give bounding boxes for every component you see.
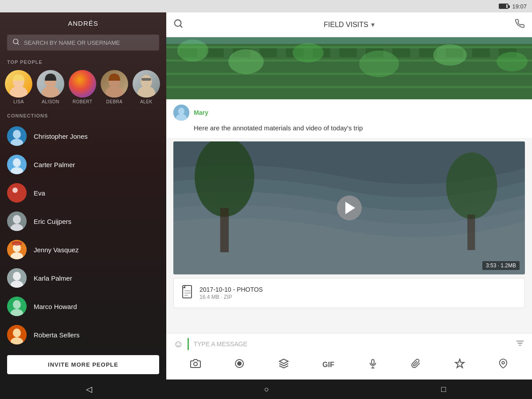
person-lisa-name: LISA [13,99,24,104]
emoji-icon[interactable]: ☺ [173,338,183,350]
svg-rect-39 [166,46,532,48]
attachment-container[interactable]: 2017-10-10 - PHOTOS 16.4 MB · ZIP [173,278,525,308]
back-icon[interactable]: ◁ [75,381,103,398]
person-alek[interactable]: ALEK [131,70,161,104]
file-icon [181,285,193,301]
person-debra-name: DEBRA [106,99,123,104]
connections-label: CONNECTIONS [0,110,166,122]
connection-jenny[interactable]: Jenny Vasquez [0,235,166,264]
connection-roberta[interactable]: Roberta Sellers [0,321,166,349]
svg-point-5 [42,86,59,98]
recents-icon[interactable]: □ [430,381,457,398]
svg-rect-41 [166,73,532,75]
avatar-alek [133,70,160,98]
conn-name-eva: Eva [34,189,45,197]
svg-point-80 [194,362,197,366]
svg-rect-79 [519,344,521,345]
file-size: 16.4 MB [200,294,219,300]
message-input-area: ☺ TYPE A MESSAGE [166,333,532,379]
sparkle-icon[interactable] [451,356,469,373]
play-button[interactable] [337,196,362,220]
sidebar: ANDRÉS SEARCH BY NAME OR USERNAME TOP PE… [0,12,166,379]
video-container[interactable]: 3:53 · 1.2MB [173,141,525,274]
top-people-label: TOP PEOPLE [0,56,166,68]
msg-sender-name: Mary [194,109,208,116]
svg-point-59 [359,51,399,77]
connection-christopher[interactable]: Christopher Jones [0,122,166,150]
svg-rect-62 [166,37,532,44]
camera-icon[interactable] [187,356,204,373]
svg-point-60 [433,44,467,66]
svg-point-34 [13,329,21,337]
chat-title: FIELD VISITS [324,21,368,29]
conn-avatar-jenny [7,240,27,259]
message-placeholder[interactable]: TYPE A MESSAGE [193,340,511,348]
connection-carter[interactable]: Carter Palmer [0,150,166,179]
invite-label: INVITE MORE PEOPLE [48,361,118,368]
person-alison-name: ALISON [42,99,59,104]
main-content: ANDRÉS SEARCH BY NAME OR USERNAME TOP PE… [0,12,532,379]
connection-eva[interactable]: Eva [0,179,166,207]
conn-name-jenny: Jenny Vasquez [34,246,78,254]
person-alison[interactable]: ALISON [35,70,66,104]
conn-name-marco: Marco Howard [34,303,77,310]
search-bar[interactable]: SEARCH BY NAME OR USERNAME [7,35,159,51]
file-name: 2017-10-10 - PHOTOS [200,286,517,293]
conn-avatar-carter [7,155,27,174]
connection-eric[interactable]: Eric Cuijpers [0,207,166,235]
file-info: 2017-10-10 - PHOTOS 16.4 MB · ZIP [200,286,517,300]
connection-karla[interactable]: Karla Palmer [0,264,166,292]
svg-point-21 [13,215,21,224]
input-row: ☺ TYPE A MESSAGE [173,338,525,350]
person-alek-name: ALEK [140,99,153,104]
nav-bar: ◁ ○ □ [0,379,532,399]
microphone-icon[interactable] [364,356,381,373]
status-bar: 19:07 [0,0,532,12]
dropdown-arrow-icon[interactable]: ▾ [371,20,375,29]
svg-point-31 [13,300,21,309]
invite-more-button[interactable]: INVITE MORE PEOPLE [7,355,159,374]
person-robert-name: ROBERT [73,99,93,104]
conn-avatar-karla [7,268,27,288]
status-time: 19:07 [512,3,527,10]
avatar-debra [101,70,128,98]
svg-point-8 [106,86,123,98]
msg-avatar-mary [173,105,189,121]
top-people-list: LISA ALISON [0,68,166,110]
file-type: ZIP [224,294,232,300]
svg-line-1 [17,43,19,45]
svg-rect-83 [372,360,374,364]
circle-icon[interactable] [231,356,248,373]
gif-icon[interactable]: GIF [319,359,338,371]
svg-rect-42 [166,86,532,88]
battery-icon [499,4,509,9]
chat-title-group: FIELD VISITS ▾ [324,20,374,29]
svg-point-6 [69,70,96,98]
person-robert[interactable]: ROBERT [67,70,98,104]
attachment-icon[interactable] [407,356,424,373]
input-divider [188,338,189,350]
play-icon [345,202,355,214]
phone-icon[interactable] [515,19,525,31]
search-placeholder: SEARCH BY NAME OR USERNAME [24,39,120,46]
avatar-alison [37,70,64,98]
svg-point-19 [12,188,18,193]
connection-marco[interactable]: Marco Howard [0,292,166,321]
search-icon [12,38,20,47]
home-icon[interactable]: ○ [254,381,280,398]
video-duration: 3:53 · 1.2MB [482,261,520,270]
svg-point-58 [293,43,324,63]
svg-point-86 [502,361,505,364]
svg-point-16 [13,158,21,167]
filter-icon[interactable] [515,338,525,350]
person-debra[interactable]: DEBRA [99,70,129,104]
building-top-image [166,37,532,99]
location-icon[interactable] [495,356,512,373]
svg-rect-78 [518,343,523,344]
messages-area[interactable]: Mary Here are the annotated materials an… [166,37,532,333]
person-lisa[interactable]: LISA [4,70,34,104]
conn-avatar-eva [7,183,27,203]
layers-icon[interactable] [275,356,293,373]
conn-avatar-marco [7,297,27,316]
chat-search-icon[interactable] [173,19,183,31]
